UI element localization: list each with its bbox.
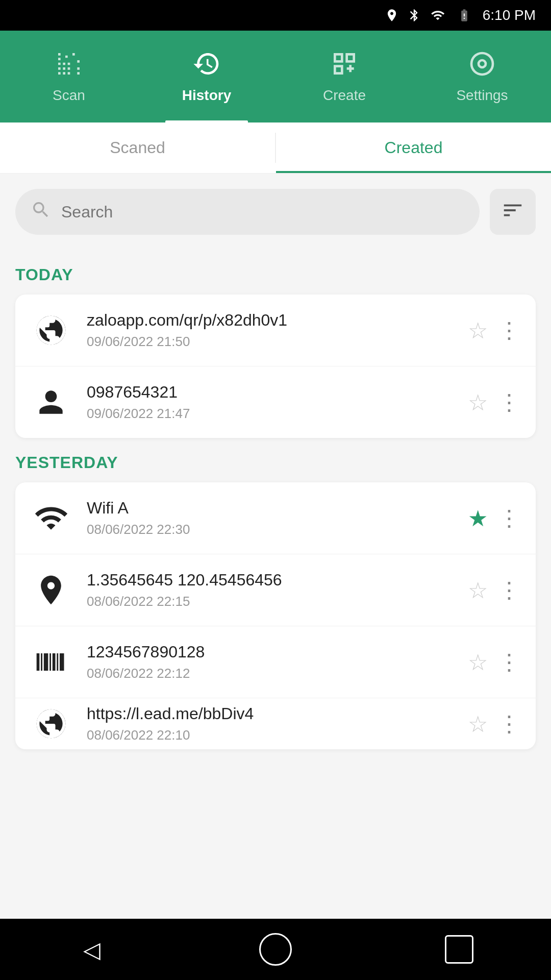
- item-date: 08/06/2022 22:30: [87, 522, 453, 537]
- nav-label-create: Create: [323, 87, 366, 104]
- list-item[interactable]: 0987654321 09/06/2022 21:47 ☆ ⋮: [15, 366, 536, 438]
- item-info: 1.35645645 120.45456456 08/06/2022 22:15: [87, 571, 453, 609]
- item-date: 09/06/2022 21:47: [87, 406, 453, 422]
- tab-scaned[interactable]: Scaned: [0, 122, 275, 173]
- recent-icon: [445, 935, 473, 964]
- search-bar: [15, 189, 480, 235]
- bottom-nav: ◁: [0, 919, 551, 980]
- item-info: zaloapp.com/qr/p/x82dh0v1 09/06/2022 21:…: [87, 311, 453, 350]
- barcode-icon: [31, 642, 71, 682]
- nav-item-scan[interactable]: Scan: [0, 31, 138, 122]
- star-button[interactable]: ★: [468, 505, 488, 531]
- item-info: https://l.ead.me/bbDiv4 08/06/2022 22:10: [87, 704, 453, 743]
- more-button[interactable]: ⋮: [498, 391, 520, 413]
- nav-item-create[interactable]: Create: [276, 31, 413, 122]
- nav-label-history: History: [182, 87, 231, 104]
- star-button[interactable]: ☆: [468, 317, 488, 344]
- item-actions: ☆ ⋮: [468, 317, 520, 344]
- create-icon: [330, 50, 359, 82]
- item-actions: ☆ ⋮: [468, 389, 520, 415]
- sub-tabs: Scaned Created: [0, 122, 551, 174]
- status-bar: 6:10 PM: [0, 0, 551, 31]
- web-icon: [31, 703, 71, 744]
- yesterday-card: Wifi A 08/06/2022 22:30 ★ ⋮ 1.35645645 1…: [15, 482, 536, 749]
- item-info: 0987654321 09/06/2022 21:47: [87, 383, 453, 422]
- status-time: 6:10 PM: [483, 7, 536, 23]
- scan-icon: [55, 50, 83, 82]
- contact-icon: [31, 382, 71, 423]
- search-icon: [31, 200, 51, 225]
- battery-status-icon: [454, 8, 474, 22]
- item-actions: ☆ ⋮: [468, 577, 520, 603]
- wifi-status-icon: [430, 8, 446, 22]
- star-button[interactable]: ☆: [468, 711, 488, 737]
- nav-recent-button[interactable]: [439, 929, 480, 970]
- home-icon: [259, 933, 292, 966]
- more-button[interactable]: ⋮: [498, 579, 520, 601]
- item-date: 08/06/2022 22:15: [87, 594, 453, 609]
- item-title: 1.35645645 120.45456456: [87, 571, 453, 590]
- nav-label-scan: Scan: [53, 87, 85, 104]
- item-actions: ☆ ⋮: [468, 711, 520, 737]
- more-button[interactable]: ⋮: [498, 319, 520, 341]
- nav-item-settings[interactable]: Settings: [413, 31, 551, 122]
- nav-label-settings: Settings: [456, 87, 508, 104]
- status-icons: 6:10 PM: [385, 7, 536, 23]
- item-actions: ★ ⋮: [468, 505, 520, 531]
- back-icon: ◁: [83, 937, 101, 963]
- item-date: 08/06/2022 22:12: [87, 666, 453, 681]
- settings-icon: [468, 50, 496, 82]
- item-info: Wifi A 08/06/2022 22:30: [87, 499, 453, 537]
- content-area: TODAY zaloapp.com/qr/p/x82dh0v1 09/06/20…: [0, 245, 551, 924]
- bluetooth-status-icon: [407, 8, 421, 22]
- star-button[interactable]: ☆: [468, 389, 488, 415]
- item-date: 09/06/2022 21:50: [87, 334, 453, 350]
- item-title: 1234567890128: [87, 643, 453, 662]
- filter-icon: [501, 199, 524, 225]
- search-section: [0, 174, 551, 245]
- wifi-icon: [31, 498, 71, 538]
- nav-back-button[interactable]: ◁: [71, 929, 112, 970]
- list-item[interactable]: 1.35645645 120.45456456 08/06/2022 22:15…: [15, 554, 536, 626]
- star-button[interactable]: ☆: [468, 577, 488, 603]
- item-title: Wifi A: [87, 499, 453, 518]
- today-card: zaloapp.com/qr/p/x82dh0v1 09/06/2022 21:…: [15, 295, 536, 438]
- location-icon: [31, 570, 71, 610]
- top-nav: Scan History Create Settings: [0, 31, 551, 122]
- star-button[interactable]: ☆: [468, 649, 488, 675]
- item-date: 08/06/2022 22:10: [87, 727, 453, 743]
- search-input[interactable]: [61, 203, 464, 222]
- tab-created[interactable]: Created: [276, 122, 551, 173]
- more-button[interactable]: ⋮: [498, 651, 520, 673]
- section-label-yesterday: YESTERDAY: [15, 453, 536, 472]
- filter-button[interactable]: [490, 189, 536, 235]
- item-info: 1234567890128 08/06/2022 22:12: [87, 643, 453, 681]
- list-item[interactable]: zaloapp.com/qr/p/x82dh0v1 09/06/2022 21:…: [15, 295, 536, 366]
- list-item[interactable]: 1234567890128 08/06/2022 22:12 ☆ ⋮: [15, 626, 536, 698]
- list-item[interactable]: https://l.ead.me/bbDiv4 08/06/2022 22:10…: [15, 698, 536, 749]
- location-status-icon: [385, 8, 399, 22]
- item-title: zaloapp.com/qr/p/x82dh0v1: [87, 311, 453, 330]
- more-button[interactable]: ⋮: [498, 507, 520, 529]
- more-button[interactable]: ⋮: [498, 713, 520, 735]
- web-icon: [31, 310, 71, 351]
- nav-item-history[interactable]: History: [138, 31, 276, 122]
- item-title: 0987654321: [87, 383, 453, 402]
- nav-home-button[interactable]: [255, 929, 296, 970]
- list-item[interactable]: Wifi A 08/06/2022 22:30 ★ ⋮: [15, 482, 536, 554]
- section-label-today: TODAY: [15, 265, 536, 284]
- item-title: https://l.ead.me/bbDiv4: [87, 704, 453, 723]
- item-actions: ☆ ⋮: [468, 649, 520, 675]
- history-icon: [192, 50, 221, 82]
